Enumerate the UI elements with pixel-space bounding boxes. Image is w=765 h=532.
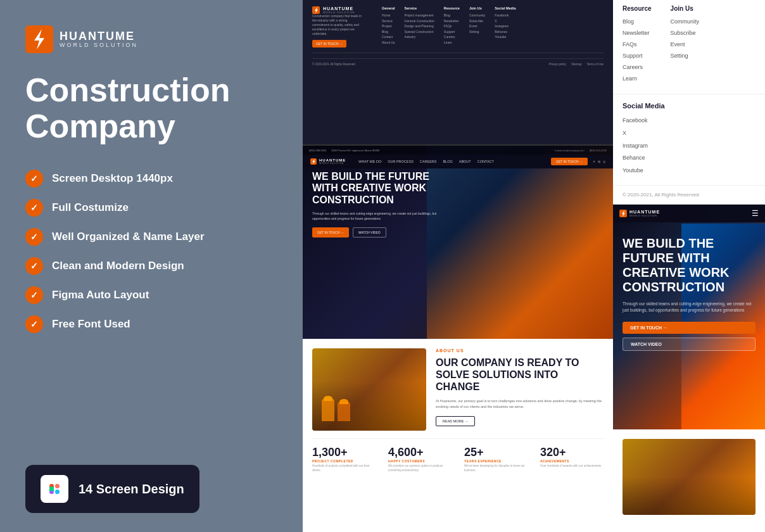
right-social-section: Social Media Facebook X Instagram Behanc… <box>613 94 765 186</box>
footer-link[interactable]: Learn <box>444 40 460 46</box>
footer-link[interactable]: Contact <box>382 34 395 40</box>
middle-panel: HUANTUME WORLD SOLUTION Construction com… <box>303 0 613 532</box>
mini-top-bar: (801) 668-0331 3602 Preston Rd. Inglewoo… <box>303 146 613 155</box>
check-icon <box>25 199 43 217</box>
hero-description: Through our skilled teams and cutting-ed… <box>312 211 443 221</box>
right-link[interactable]: FAQs <box>623 39 652 50</box>
nav-link[interactable]: ABOUT <box>459 160 471 163</box>
right-youtube-link[interactable]: Youtube <box>623 165 756 177</box>
right-link[interactable]: Careers <box>623 61 652 73</box>
right-link[interactable]: Blog <box>623 16 652 27</box>
footer-link[interactable]: FAQs <box>444 23 460 29</box>
footer-link[interactable]: About Us <box>382 40 395 46</box>
footer-link[interactable]: Community <box>469 13 485 18</box>
stat-item: 4,600+ HAPPY COSTUMERS We prioritize our… <box>388 446 452 473</box>
nav-link[interactable]: WHAT WE DO <box>358 160 381 163</box>
footer-link[interactable]: Behance <box>495 29 515 35</box>
right-instagram-link[interactable]: Instagram <box>623 140 756 153</box>
footer-col-resource: Resource Blog Newsletter FAQs Support Ca… <box>444 6 460 48</box>
footer-col-title: General <box>382 6 395 10</box>
footer-link[interactable]: Project management <box>405 13 434 18</box>
footer-link[interactable]: Event <box>469 23 485 29</box>
stat-item: 320+ ACHIEVEMENTS Over hundreds of award… <box>540 446 604 473</box>
footer-sitemap-link[interactable]: Sitemap <box>571 63 582 66</box>
footer-link[interactable]: Project <box>382 23 395 29</box>
footer-link[interactable]: Blog <box>444 13 460 18</box>
nav-cta-button[interactable]: GET IN TOUCH → <box>551 158 588 165</box>
footer-link[interactable]: Youtube <box>495 34 515 40</box>
stat-desc: Hundreds of projects completed with our … <box>312 464 376 473</box>
about-section-content: ABOUT US OUR COMPANY IS READY TO SOLVE S… <box>303 339 613 532</box>
footer-link[interactable]: X <box>495 18 515 24</box>
about-screenshot: ABOUT US OUR COMPANY IS READY TO SOLVE S… <box>303 339 613 532</box>
footer-link[interactable]: Design and Planning <box>405 23 434 29</box>
social-insta-icon[interactable]: ◎ <box>603 160 605 163</box>
footer-link[interactable]: Blog <box>382 29 395 35</box>
right-link[interactable]: Setting <box>671 50 700 61</box>
right-facebook-link[interactable]: Facebook <box>623 115 756 127</box>
stat-label: HAPPY COSTUMERS <box>388 459 452 463</box>
footer-link[interactable]: Subscribe <box>469 18 485 24</box>
feature-item: Free Font Used <box>25 315 277 333</box>
hamburger-icon[interactable]: ☰ <box>752 209 759 218</box>
right-nav-logo: HUANTUME WORLD SOLUTION <box>619 210 660 217</box>
right-link[interactable]: Support <box>623 50 652 61</box>
footer-link[interactable]: Careers <box>444 34 460 40</box>
right-copyright: © 2020-2021, All Rights Reserved <box>613 186 765 205</box>
feature-item: Full Costumize <box>25 199 277 217</box>
hero-cta-secondary[interactable]: WATCH VIDEO <box>353 227 386 238</box>
right-link[interactable]: Learn <box>623 73 652 84</box>
logo-text-block: HUANTUME WORLD SOLUTION <box>60 30 138 48</box>
right-about-image <box>623 439 756 515</box>
footer-link[interactable]: Home <box>382 13 395 18</box>
footer-policy-link[interactable]: Privacy policy <box>548 63 566 66</box>
read-more-button[interactable]: READ MORE → <box>436 416 475 426</box>
social-x-icon[interactable]: ✕ <box>593 160 595 163</box>
mini-main-nav: HUANTUME WORLD SOLUTION WHAT WE DO OUR P… <box>303 155 613 168</box>
feature-label: Clean and Modern Design <box>52 260 184 272</box>
footer-link[interactable]: Service <box>382 18 395 24</box>
hero-screenshot: (801) 668-0331 3602 Preston Rd. Inglewoo… <box>303 146 613 339</box>
social-share-icon[interactable]: ⊞ <box>598 160 600 163</box>
logo-area: HUANTUME WORLD SOLUTION <box>25 25 277 53</box>
right-behance-link[interactable]: Behance <box>623 152 756 165</box>
footer-col-joinus: Join Us Community Subscribe Event Settin… <box>469 6 485 48</box>
feature-label: Figma Auto Layout <box>52 289 149 301</box>
right-hero-preview: HUANTUME WORLD SOLUTION ☰ WE BUILD THE F… <box>613 205 765 429</box>
footer-link[interactable]: Instagram <box>495 23 515 29</box>
check-icon <box>25 315 43 333</box>
footer-bottom-links: Privacy policy Sitemap Terms of Use <box>548 63 604 66</box>
right-social-title: Social Media <box>623 102 756 110</box>
right-about-preview <box>613 429 765 532</box>
stat-desc: Over hundreds of awards with our achieve… <box>540 464 604 469</box>
main-title: Construction Company <box>25 72 277 144</box>
nav-link[interactable]: OUR PROCESS <box>388 160 414 163</box>
right-link[interactable]: Subscribe <box>671 27 700 39</box>
right-link[interactable]: Newsletter <box>623 27 652 39</box>
nav-link[interactable]: BLOG <box>443 160 452 163</box>
right-hero-cta-primary[interactable]: GET IN TOUCH → <box>623 322 756 334</box>
mini-nav-logo: HUANTUME WORLD SOLUTION <box>310 158 346 165</box>
footer-link[interactable]: General Construction <box>405 18 434 24</box>
right-hero-cta-secondary[interactable]: WATCH VIDEO <box>623 338 756 351</box>
right-hero-buttons: GET IN TOUCH → WATCH VIDEO <box>623 322 756 351</box>
stat-item: 1,300+ PROJECT COMPLETED Hundreds of pro… <box>312 446 376 473</box>
footer-terms-link[interactable]: Terms of Use <box>586 63 604 66</box>
footer-link[interactable]: Support <box>444 29 460 35</box>
right-link[interactable]: Event <box>671 39 700 50</box>
right-resource-col: Resource Blog Newsletter FAQs Support Ca… <box>623 5 652 84</box>
footer-link[interactable]: Industry <box>405 34 434 40</box>
about-text-content: ABOUT US OUR COMPANY IS READY TO SOLVE S… <box>436 348 604 426</box>
right-nav-brand: HUANTUME <box>629 210 660 214</box>
right-link[interactable]: Community <box>671 16 700 27</box>
right-x-link[interactable]: X <box>623 127 756 140</box>
footer-link[interactable]: Newsletter <box>444 18 460 24</box>
footer-link[interactable]: Facebook <box>495 13 515 18</box>
brand-subtitle: WORLD SOLUTION <box>60 42 138 48</box>
top-bar-phone: (801) 668-0331 <box>309 149 326 152</box>
hero-cta-primary[interactable]: GET IN TOUCH → <box>312 227 349 238</box>
nav-link[interactable]: CONTACT <box>477 160 494 163</box>
footer-link[interactable]: Special Construction <box>405 29 434 35</box>
footer-link[interactable]: Setting <box>469 29 485 35</box>
nav-link[interactable]: CAREERS <box>420 160 437 163</box>
